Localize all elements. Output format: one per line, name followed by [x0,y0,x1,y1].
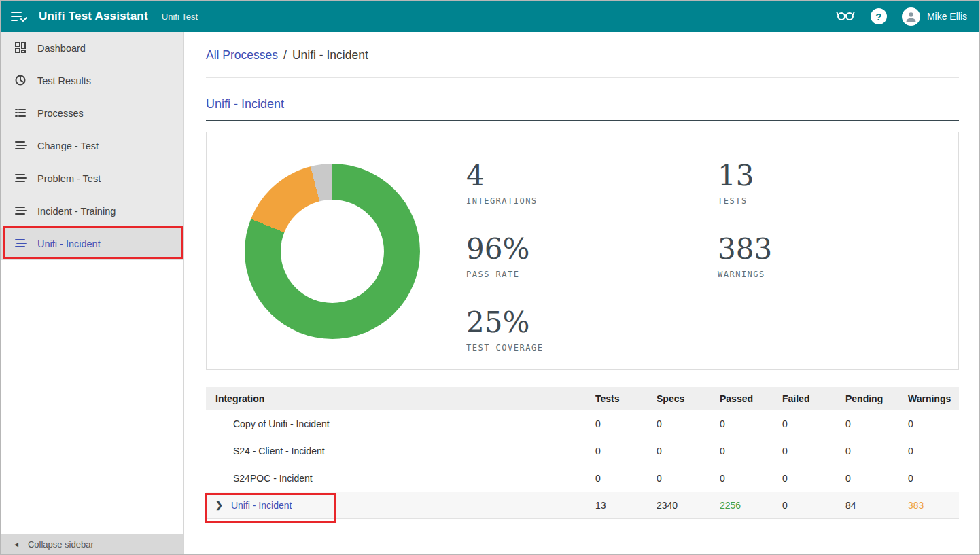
warnings-value: 383 [908,500,959,511]
breadcrumb-all-processes-link[interactable]: All Processes [206,48,278,62]
stat-label: TEST COVERAGE [466,343,543,353]
failed-value: 0 [782,446,845,456]
passed-value: 0 [720,418,782,429]
specs-value: 2340 [657,500,720,511]
sidebar-item-label: Problem - Test [37,173,101,184]
user-name: Mike Ellis [927,11,967,22]
donut-chart [245,164,420,339]
stat-label: INTEGRATIONS [466,196,543,206]
pending-value: 84 [845,500,908,511]
chevron-right-icon[interactable]: ❯ [215,500,223,510]
failed-value: 0 [782,473,845,484]
sidebar-item-label: Unifi - Incident [37,238,101,249]
breadcrumb: All Processes / Unifi - Incident [206,48,959,62]
process-lines-icon [14,204,27,219]
pie-chart-icon [14,74,27,88]
col-header-tests: Tests [595,393,657,404]
integration-name: S24POC - Incident [233,473,313,484]
dashboard-icon [14,41,27,56]
col-header-pending: Pending [845,393,908,404]
warnings-value: 0 [908,446,959,456]
process-lines-icon [14,237,27,251]
stat-tests: 13 TESTS [718,160,772,206]
stat-label: WARNINGS [718,270,772,279]
col-header-passed: Passed [720,393,782,404]
integration-name: S24 - Client - Incident [233,446,325,456]
collapse-sidebar-button[interactable]: ◄ Collapse sidebar [1,534,183,554]
stat-warnings: 383 WARNINGS [718,233,772,279]
table-row-unifi-incident[interactable]: ❯ Unifi - Incident 13 2340 2256 0 84 383 [206,492,959,519]
avatar[interactable] [902,7,920,26]
stat-value: 383 [718,233,772,266]
pending-value: 0 [845,418,908,429]
table-row[interactable]: S24 - Client - Incident 0 0 0 0 0 0 [206,437,959,465]
collapse-sidebar-label: Collapse sidebar [28,539,94,550]
col-header-failed: Failed [782,393,845,404]
tests-value: 0 [595,418,657,429]
table-header-row: Integration Tests Specs Passed Failed Pe… [206,387,959,410]
process-lines-icon [14,172,27,186]
sidebar-item-test-results[interactable]: Test Results [1,65,183,97]
sidebar-item-unifi-incident[interactable]: Unifi - Incident [1,228,183,260]
failed-value: 0 [782,500,845,511]
tests-value: 13 [595,500,657,511]
top-bar: Unifi Test Assistant Unifi Test ? Mike E… [1,1,979,32]
breadcrumb-separator: / [283,48,287,62]
sidebar: Dashboard Test Results Processes Change … [1,32,184,554]
stats-column-2: 13 TESTS 383 WARNINGS [718,160,772,306]
col-header-specs: Specs [657,393,720,404]
glasses-icon[interactable] [835,7,856,25]
main-content: All Processes / Unifi - Incident Unifi -… [184,32,979,554]
tests-value: 0 [595,446,657,456]
col-header-integration: Integration [206,393,595,404]
pending-value: 0 [845,473,908,484]
help-icon[interactable]: ? [871,8,887,24]
list-icon [14,107,27,121]
sidebar-item-incident-training[interactable]: Incident - Training [1,195,183,228]
stat-label: TESTS [718,196,772,206]
stat-pass-rate: 96% PASS RATE [466,233,543,279]
sidebar-item-change-test[interactable]: Change - Test [1,130,183,162]
sidebar-item-label: Test Results [37,75,91,86]
specs-value: 0 [657,418,720,429]
divider [206,77,959,78]
warnings-value: 0 [908,418,959,429]
section-header: Unifi - Incident [206,97,959,121]
integration-name-link[interactable]: Unifi - Incident [231,500,292,511]
table-row[interactable]: Copy of Unifi - Incident 0 0 0 0 0 0 [206,410,959,437]
sidebar-item-processes[interactable]: Processes [1,97,183,130]
sidebar-item-label: Change - Test [37,141,99,151]
summary-card: 4 INTEGRATIONS 96% PASS RATE 25% TEST CO… [206,132,959,370]
integration-name: Copy of Unifi - Incident [233,418,330,429]
sidebar-item-label: Incident - Training [37,206,116,217]
sidebar-item-label: Processes [37,108,84,119]
stat-test-coverage: 25% TEST COVERAGE [466,306,543,353]
stat-value: 96% [466,233,543,266]
tests-value: 0 [595,473,657,484]
col-header-warnings: Warnings [908,393,959,404]
table-row[interactable]: S24POC - Incident 0 0 0 0 0 0 [206,465,959,492]
stat-value: 13 [718,160,772,192]
passed-value: 0 [720,473,782,484]
passed-value: 2256 [720,500,782,511]
stats-column-1: 4 INTEGRATIONS 96% PASS RATE 25% TEST CO… [466,160,543,380]
app-subtitle: Unifi Test [162,12,198,22]
sidebar-item-label: Dashboard [37,43,86,54]
passed-value: 0 [720,446,782,456]
menu-icon[interactable] [10,10,28,23]
integrations-table: Integration Tests Specs Passed Failed Pe… [206,387,959,519]
warnings-value: 0 [908,473,959,484]
breadcrumb-current: Unifi - Incident [292,48,368,62]
sidebar-item-problem-test[interactable]: Problem - Test [1,162,183,195]
app-window: Unifi Test Assistant Unifi Test ? Mike E… [0,0,980,555]
app-title: Unifi Test Assistant [39,10,148,23]
stat-integrations: 4 INTEGRATIONS [466,160,543,206]
stat-value: 4 [466,160,543,192]
stat-label: PASS RATE [466,270,543,279]
specs-value: 0 [657,446,720,456]
pending-value: 0 [845,446,908,456]
process-lines-icon [14,139,27,154]
specs-value: 0 [657,473,720,484]
collapse-arrow-icon: ◄ [13,541,20,548]
sidebar-item-dashboard[interactable]: Dashboard [1,32,183,65]
